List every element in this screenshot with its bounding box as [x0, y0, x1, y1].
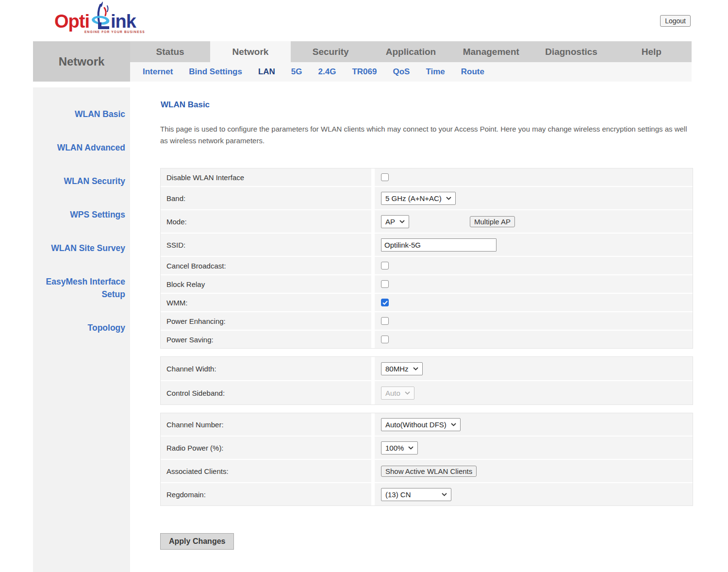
cancel-broadcast-checkbox[interactable]: [381, 262, 389, 269]
mode-select[interactable]: AP: [381, 215, 409, 228]
tab-management[interactable]: Management: [451, 41, 531, 62]
page-title: WLAN Basic: [161, 100, 693, 110]
associated-clients-label: Associated Clients:: [161, 460, 371, 482]
subnav-5g[interactable]: 5G: [291, 67, 302, 77]
wmm-checkbox[interactable]: [381, 299, 389, 306]
chevron-down-icon: [408, 446, 414, 450]
content-area: WLAN Basic WLAN Advanced WLAN Security W…: [33, 87, 728, 572]
mode-label: Mode:: [161, 210, 371, 233]
logout-button[interactable]: Logout: [660, 15, 691, 27]
table-row: Associated Clients: Show Active WLAN Cli…: [161, 460, 693, 482]
regdomain-label: Regdomain:: [161, 483, 371, 505]
logo-glyph-icon: [90, 1, 112, 31]
subnav-tr069[interactable]: TR069: [352, 67, 377, 77]
table-row: Channel Width: 80MHz: [161, 357, 693, 380]
header: Opti ink ENGINE FOR YOUR BUSINESS Logout: [0, 0, 728, 41]
table-row: Power Enhancing:: [161, 312, 693, 330]
chevron-down-icon: [405, 391, 410, 395]
sub-nav: Internet Bind Settings LAN 5G 2.4G TR069…: [130, 62, 692, 82]
wmm-label: WMM:: [161, 294, 371, 311]
sidebar-item-wlan-basic[interactable]: WLAN Basic: [33, 108, 125, 120]
power-saving-label: Power Saving:: [161, 331, 371, 348]
table-row: WMM:: [161, 294, 693, 311]
power-saving-checkbox[interactable]: [381, 336, 389, 343]
subnav-qos[interactable]: QoS: [393, 67, 410, 77]
main-nav-tabs: Status Network Security Application Mana…: [130, 41, 692, 62]
sidebar-item-wlan-advanced[interactable]: WLAN Advanced: [33, 141, 125, 154]
control-sideband-select: Auto: [381, 387, 414, 400]
power-enhancing-label: Power Enhancing:: [161, 312, 371, 330]
subnav-2-4g[interactable]: 2.4G: [318, 67, 336, 77]
subnav-internet[interactable]: Internet: [143, 67, 173, 77]
sidebar-item-topology[interactable]: Topology: [33, 321, 125, 334]
logo: Opti ink ENGINE FOR YOUR BUSINESS: [54, 1, 145, 34]
sidebar-item-easymesh-interface-setup[interactable]: EasyMesh Interface Setup: [33, 275, 125, 301]
sidebar-item-wps-settings[interactable]: WPS Settings: [33, 208, 125, 221]
table-row: SSID:: [161, 234, 693, 256]
subnav-lan[interactable]: LAN: [258, 67, 275, 77]
subnav-time[interactable]: Time: [426, 67, 445, 77]
block-relay-checkbox[interactable]: [381, 280, 389, 288]
table-row: Mode: AP Multiple AP: [161, 210, 693, 233]
tab-network[interactable]: Network: [210, 41, 290, 62]
subnav-bind-settings[interactable]: Bind Settings: [189, 67, 242, 77]
table-row: Disable WLAN Interface: [161, 168, 693, 186]
control-sideband-label: Control Sideband:: [161, 381, 371, 404]
apply-changes-button[interactable]: Apply Changes: [160, 533, 234, 550]
logo-text-opti: Opti: [54, 12, 89, 31]
sidebar-item-wlan-security[interactable]: WLAN Security: [33, 175, 125, 187]
table-row: Channel Number: Auto(Without DFS): [161, 413, 693, 436]
channel-width-label: Channel Width:: [161, 357, 371, 380]
table-row: Regdomain: (13) CN: [161, 483, 693, 505]
chevron-down-icon: [451, 423, 456, 426]
table-row: Band: 5 GHz (A+N+AC): [161, 187, 693, 209]
table-row: Cancel Broadcast:: [161, 257, 693, 274]
main-panel: WLAN Basic This page is used to configur…: [160, 87, 693, 572]
band-label: Band:: [161, 187, 371, 209]
radio-power-select[interactable]: 100%: [381, 441, 418, 454]
section-label: Network: [33, 41, 130, 82]
chevron-down-icon: [446, 197, 451, 200]
table-row: Power Saving:: [161, 331, 693, 348]
chevron-down-icon: [413, 367, 418, 370]
channel-width-select[interactable]: 80MHz: [381, 362, 423, 375]
table-row: Radio Power (%): 100%: [161, 437, 693, 459]
tab-security[interactable]: Security: [291, 41, 371, 62]
ssid-label: SSID:: [161, 234, 371, 256]
channel-number-table: Channel Number: Auto(Without DFS) Radio …: [160, 413, 693, 506]
ssid-input[interactable]: [381, 238, 496, 252]
channel-number-label: Channel Number:: [161, 413, 371, 436]
power-enhancing-checkbox[interactable]: [381, 317, 389, 325]
subnav-route[interactable]: Route: [461, 67, 484, 77]
channel-number-select[interactable]: Auto(Without DFS): [381, 418, 461, 431]
wlan-settings-table: Disable WLAN Interface Band: 5 GHz (A+N+…: [160, 168, 693, 349]
band-select[interactable]: 5 GHz (A+N+AC): [381, 192, 456, 205]
logo-tagline: ENGINE FOR YOUR BUSINESS: [84, 30, 145, 34]
sidebar-item-wlan-site-survey[interactable]: WLAN Site Survey: [33, 242, 125, 254]
page-description: This page is used to configure the param…: [160, 123, 693, 147]
chevron-down-icon: [442, 493, 447, 496]
chevron-down-icon: [399, 220, 405, 223]
multiple-ap-button[interactable]: Multiple AP: [470, 216, 515, 227]
table-row: Block Relay: [161, 275, 693, 293]
regdomain-select[interactable]: (13) CN: [381, 488, 451, 501]
disable-wlan-label: Disable WLAN Interface: [161, 168, 371, 186]
sidebar: WLAN Basic WLAN Advanced WLAN Security W…: [33, 87, 130, 572]
tab-diagnostics[interactable]: Diagnostics: [531, 41, 611, 62]
table-row: Control Sideband: Auto: [161, 381, 693, 404]
radio-power-label: Radio Power (%):: [161, 437, 371, 459]
channel-width-table: Channel Width: 80MHz Control Sideband: A…: [160, 356, 693, 405]
navigation-bar: Network Status Network Security Applicat…: [33, 41, 692, 82]
cancel-broadcast-label: Cancel Broadcast:: [161, 257, 371, 274]
disable-wlan-checkbox[interactable]: [381, 173, 389, 181]
logo-text-ink: ink: [111, 12, 136, 31]
tab-status[interactable]: Status: [130, 41, 210, 62]
show-active-wlan-clients-button[interactable]: Show Active WLAN Clients: [381, 466, 477, 477]
block-relay-label: Block Relay: [161, 275, 371, 293]
tab-application[interactable]: Application: [371, 41, 451, 62]
tab-help[interactable]: Help: [612, 41, 692, 62]
